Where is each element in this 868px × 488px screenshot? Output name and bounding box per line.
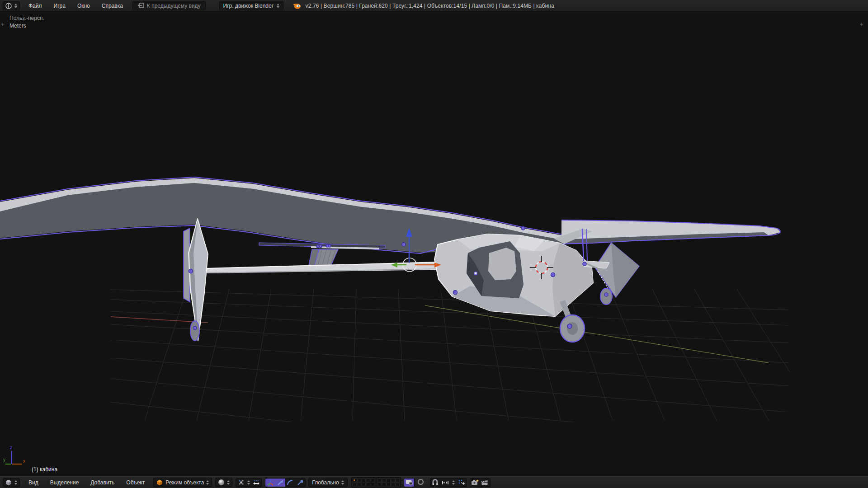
editor-type-button-bottom[interactable] [3, 478, 20, 487]
editor-type-button[interactable] [3, 1, 20, 10]
mode-cube-icon [156, 479, 163, 486]
orientation-select-value: Глобально [312, 479, 339, 486]
view-name-label: Польз.-персп. [9, 15, 44, 21]
blender-logo [292, 2, 301, 9]
pivot-point-select[interactable] [236, 478, 246, 487]
menu-object[interactable]: Объект [120, 479, 151, 486]
layers-widget[interactable] [351, 477, 401, 488]
translate-manipulator-toggle[interactable] [275, 478, 285, 487]
proportional-edit-select[interactable] [417, 479, 427, 487]
layer-14[interactable] [366, 483, 370, 486]
shading-select[interactable] [215, 478, 232, 487]
layer-7[interactable] [382, 479, 386, 482]
layer-11[interactable] [353, 483, 357, 486]
back-arrow-icon [137, 3, 144, 9]
back-to-previous-button[interactable]: К предыдущему виду [132, 1, 206, 10]
menu-add[interactable]: Добавить [85, 479, 120, 486]
viewport-3d[interactable]: Польз.-персп. Meters + + z y x (1) кабин… [0, 12, 868, 476]
opengl-render-anim-button[interactable] [480, 478, 490, 487]
menu-select[interactable]: Выделение [44, 479, 85, 486]
snap-element-stepper[interactable] [452, 480, 455, 485]
layer-8[interactable] [387, 479, 391, 482]
mode-select[interactable]: Режим объекта [153, 478, 212, 487]
snap-target-icon [458, 479, 465, 486]
scale-manipulator-toggle[interactable] [295, 478, 305, 487]
gizmo-y-label: y [3, 457, 5, 462]
snap-magnet-icon [432, 479, 439, 486]
engine-select[interactable]: Игр. движок Blender [219, 1, 283, 10]
front-wheel-object[interactable] [560, 300, 585, 342]
y-axis-line [425, 305, 769, 363]
layer-2[interactable] [357, 479, 361, 482]
opengl-render-icon [471, 479, 479, 486]
menu-view[interactable]: Вид [23, 479, 44, 486]
opengl-render-button[interactable] [470, 478, 480, 487]
unit-label: Meters [9, 23, 26, 29]
layers-grid-left[interactable] [353, 479, 375, 486]
layer-13[interactable] [362, 483, 366, 486]
wing-object[interactable] [0, 177, 781, 253]
gizmo-z-label: z [10, 445, 12, 450]
shading-select-stepper[interactable] [227, 480, 230, 485]
pivot-group [236, 478, 262, 487]
manipulator-axes-icon [267, 479, 274, 486]
snap-toggle[interactable] [430, 478, 440, 487]
floor-grid [111, 289, 821, 476]
left-wheel [190, 321, 199, 341]
active-object-label: (1) кабина [32, 466, 57, 473]
scale-icon [297, 479, 304, 486]
snap-target-select[interactable] [457, 478, 467, 487]
layers-grid-right[interactable] [377, 479, 400, 486]
layer-4[interactable] [366, 479, 370, 482]
mode-select-stepper[interactable] [206, 480, 209, 485]
viewport-canvas[interactable] [0, 12, 868, 476]
menu-file[interactable]: Файл [23, 3, 48, 9]
layer-18[interactable] [387, 483, 391, 486]
layer-20[interactable] [396, 483, 400, 486]
manipulate-centers-icon [253, 479, 260, 486]
gizmo-x-label: x [23, 459, 25, 464]
scene-lock-toggle[interactable] [404, 478, 414, 487]
rotate-manipulator-toggle[interactable] [285, 478, 295, 487]
layer-3[interactable] [362, 479, 366, 482]
layer-5[interactable] [371, 479, 375, 482]
toolshelf-expand-icon[interactable]: + [1, 21, 5, 28]
orientation-stepper[interactable] [341, 480, 344, 485]
right-fin-shade [611, 243, 639, 297]
editor-type-stepper-bottom[interactable] [14, 480, 17, 485]
layer-objects-dot [354, 479, 355, 481]
layer-9[interactable] [391, 479, 395, 482]
menu-help[interactable]: Справка [96, 3, 129, 9]
layer-10[interactable] [396, 479, 400, 482]
layer-12[interactable] [357, 483, 361, 486]
layer-17[interactable] [382, 483, 386, 486]
properties-expand-icon[interactable]: + [860, 21, 863, 28]
engine-select-stepper[interactable] [277, 4, 279, 8]
layer-6[interactable] [377, 479, 382, 482]
manipulator-group [265, 478, 306, 487]
snap-element-icon [442, 479, 449, 486]
engine-select-value: Игр. движок Blender [223, 3, 274, 9]
orientation-select[interactable]: Глобально [308, 478, 347, 487]
menu-window[interactable]: Окно [71, 3, 96, 9]
manipulator-toggle[interactable] [265, 478, 275, 487]
viewport-editor-icon [5, 479, 12, 486]
back-button-label: К предыдущему виду [147, 3, 201, 9]
layer-16[interactable] [377, 483, 382, 486]
menu-game[interactable]: Игра [48, 3, 71, 9]
editor-type-stepper[interactable] [14, 4, 17, 8]
render-group [470, 478, 491, 487]
mode-select-value: Режим объекта [165, 479, 204, 486]
manipulate-centers-toggle[interactable] [251, 478, 261, 487]
layer-19[interactable] [391, 483, 395, 486]
snap-element-select[interactable] [440, 478, 450, 487]
shading-sphere-icon [218, 479, 225, 486]
rotate-icon [287, 479, 294, 486]
scene-stats: v2.76 | Вершин:785 | Граней:620 | Треуг.… [306, 3, 554, 9]
opengl-anim-icon [481, 479, 489, 486]
scene-lock-group [404, 478, 415, 487]
snap-group [430, 478, 467, 487]
pivot-stepper[interactable] [247, 480, 250, 485]
layer-15[interactable] [371, 483, 375, 486]
layer-1[interactable] [353, 479, 357, 482]
